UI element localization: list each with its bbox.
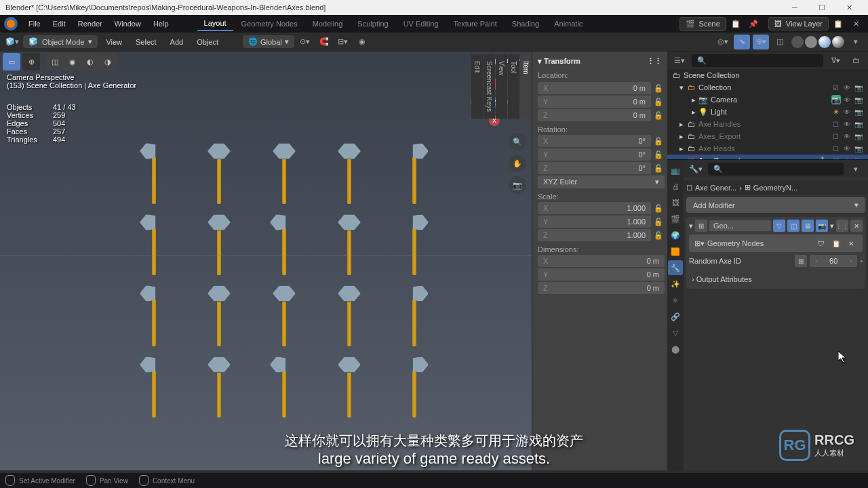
ptab-constraints[interactable]: 🔗: [668, 309, 683, 324]
lock-icon[interactable]: 🔓: [654, 111, 665, 120]
pan-icon[interactable]: ✋: [509, 155, 526, 172]
shading-options-icon[interactable]: ▾: [848, 35, 864, 49]
camera-icon[interactable]: 📷: [854, 84, 864, 92]
loc-y[interactable]: Y0 m: [538, 96, 651, 108]
rot-y[interactable]: Y0°: [538, 148, 651, 161]
mod-extras-icon[interactable]: ⋮⋮: [836, 220, 848, 232]
ptab-world[interactable]: 🌍: [668, 228, 683, 243]
select-menu[interactable]: Select: [130, 35, 162, 49]
camera-icon[interactable]: 📷: [509, 176, 526, 194]
options-icon[interactable]: ▾: [848, 161, 864, 176]
tree-collection[interactable]: ▾🗀Collection☑👁📷: [667, 81, 868, 94]
tab-view[interactable]: View: [496, 54, 507, 119]
tab-screencast[interactable]: Screencast Keys: [484, 54, 495, 119]
workspace-animation[interactable]: Animatic: [547, 17, 589, 30]
input-type-icon[interactable]: ⊞: [795, 255, 807, 267]
select-lasso-icon[interactable]: ◐: [81, 53, 99, 70]
checkbox-icon[interactable]: ☐: [833, 145, 842, 152]
zoom-icon[interactable]: 🔍: [509, 133, 526, 150]
ptab-particles[interactable]: ✨: [668, 277, 683, 291]
ptab-output[interactable]: 🖨: [668, 179, 683, 194]
blender-logo-icon[interactable]: [4, 17, 18, 30]
properties-search[interactable]: 🔍: [708, 163, 844, 176]
output-attributes[interactable]: › Output Attributes: [689, 272, 863, 286]
proportional-icon[interactable]: ◉: [354, 35, 370, 49]
checkbox-icon[interactable]: ☐: [833, 133, 842, 140]
workspace-geonodes[interactable]: Geometry Nodes: [235, 17, 304, 30]
rot-z[interactable]: Z0°: [538, 162, 651, 174]
wireframe-shade-icon[interactable]: [791, 36, 804, 48]
lock-icon[interactable]: 🔓: [654, 204, 665, 213]
ptab-modifier[interactable]: 🔧: [668, 260, 683, 275]
tree-camera[interactable]: ▸📷Camera📷👁📷: [667, 94, 868, 106]
pivot-icon[interactable]: ⊙▾: [297, 35, 313, 49]
tree-scene-collection[interactable]: 🗀Scene Collection: [667, 69, 868, 81]
menu-window[interactable]: Window: [109, 17, 146, 30]
random-axe-id-value[interactable]: ‹ 60 ›: [810, 255, 857, 267]
rotation-mode[interactable]: XYZ Euler▾: [538, 176, 665, 188]
new-collection-icon[interactable]: 🗀: [848, 53, 864, 68]
view-menu[interactable]: View: [100, 35, 127, 49]
transform-header[interactable]: ▾ Transform⋮⋮: [535, 54, 665, 68]
checkbox-icon[interactable]: ☐: [833, 121, 842, 128]
decrement-icon[interactable]: ‹: [815, 258, 817, 264]
shield-icon[interactable]: 🛡: [815, 237, 827, 249]
increment-icon[interactable]: ›: [850, 258, 852, 264]
workspace-texpaint[interactable]: Texture Paint: [447, 17, 504, 30]
camera-icon[interactable]: 📷: [854, 145, 864, 152]
mod-realtime-icon[interactable]: 🖥: [802, 220, 814, 232]
animate-dot-icon[interactable]: •: [860, 257, 863, 265]
loc-z[interactable]: Z0 m: [538, 109, 651, 121]
viewlayer-new-icon[interactable]: 📋: [830, 16, 846, 31]
visibility-icon[interactable]: ◎▾: [715, 35, 731, 49]
eye-icon[interactable]: 👁: [844, 121, 853, 128]
dim-z[interactable]: Z0 m: [538, 282, 665, 294]
dim-x[interactable]: X0 m: [538, 255, 665, 267]
select-tool[interactable]: ▭: [3, 53, 20, 70]
duplicate-icon[interactable]: 📋: [830, 237, 842, 249]
workspace-shading[interactable]: Shading: [505, 17, 546, 30]
menu-render[interactable]: Render: [73, 17, 108, 30]
close-button[interactable]: ✕: [835, 0, 863, 15]
tree-axe-handles[interactable]: ▸🗀Axe Handles☐👁📷: [667, 118, 868, 130]
editor-type-icon[interactable]: 🧊▾: [4, 35, 20, 49]
scene-selector[interactable]: 🎬 Scene: [679, 17, 726, 31]
ptab-scene[interactable]: 🎬: [668, 211, 683, 226]
lock-icon[interactable]: 🔓: [654, 137, 665, 146]
tree-light[interactable]: ▸💡Light☀👁📷: [667, 106, 868, 118]
minimize-button[interactable]: ─: [781, 0, 808, 15]
matprev-shade-icon[interactable]: [818, 36, 831, 48]
gizmo-toggle-icon[interactable]: ⬊: [734, 35, 750, 49]
lock-icon[interactable]: 🔓: [654, 84, 665, 93]
viewlayer-selector[interactable]: 🖼 View Layer: [768, 17, 829, 30]
eye-icon[interactable]: 👁: [844, 96, 853, 104]
scale-z[interactable]: Z1.000: [538, 229, 651, 241]
scene-new-icon[interactable]: 📋: [728, 16, 744, 31]
select-invert-icon[interactable]: ◑: [99, 53, 117, 70]
ptab-material[interactable]: ⬤: [668, 342, 683, 357]
close-icon[interactable]: ✕: [850, 220, 863, 232]
snap-target-icon[interactable]: ⊟▾: [335, 35, 351, 49]
mod-editmode-icon[interactable]: ◫: [787, 220, 800, 232]
scale-x[interactable]: X1.000: [538, 202, 651, 214]
ptab-render[interactable]: 📺: [668, 163, 683, 178]
ptab-physics[interactable]: ⚛: [668, 293, 683, 308]
workspace-layout[interactable]: Layout: [197, 16, 233, 31]
tree-axes-export[interactable]: ▸🗀Axes_Export☐👁📷: [667, 130, 868, 142]
camera-icon[interactable]: 📷: [854, 121, 864, 128]
eye-icon[interactable]: 👁: [844, 145, 853, 152]
mod-render-icon[interactable]: 📷: [816, 220, 828, 232]
select-circle-icon[interactable]: ◉: [64, 53, 81, 70]
cursor-tool[interactable]: ⊕: [22, 53, 40, 70]
3d-viewport[interactable]: ▭ ⊕ ◫ ◉ ◐ ◑ Options ▾ Camera Perspective…: [0, 52, 532, 470]
node-group-selector[interactable]: ⊞▾ Geometry Nodes 🛡 📋 ✕: [689, 235, 863, 252]
modifier-name[interactable]: Geo...: [709, 220, 771, 231]
ptab-viewlayer[interactable]: 🖼: [668, 195, 683, 210]
workspace-uvediting[interactable]: UV Editing: [397, 17, 446, 30]
lock-icon[interactable]: 🔓: [654, 231, 665, 240]
shading-modes[interactable]: [791, 36, 845, 48]
unlink-icon[interactable]: ✕: [845, 237, 857, 249]
tree-axe-heads[interactable]: ▸🗀Axe Heads☐👁📷: [667, 142, 868, 155]
dim-y[interactable]: Y0 m: [538, 268, 665, 281]
viewlayer-del-icon[interactable]: ✕: [848, 16, 864, 31]
